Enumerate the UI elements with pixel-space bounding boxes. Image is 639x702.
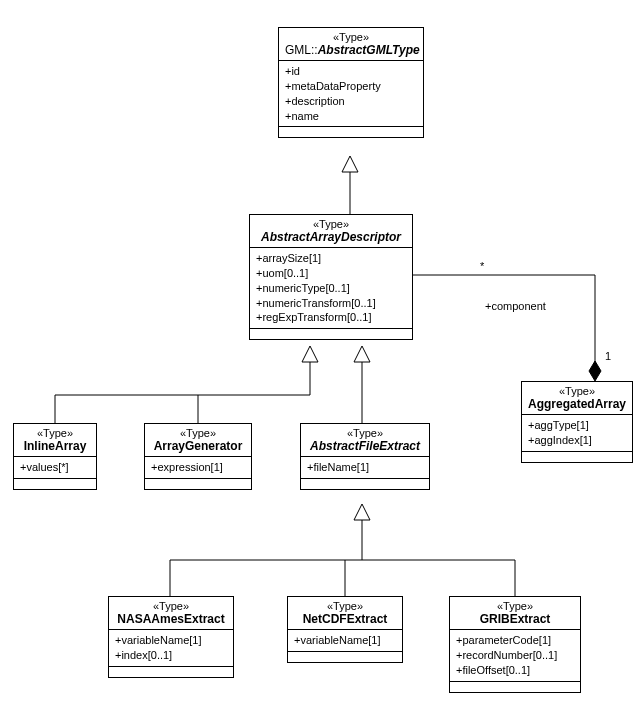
svg-marker-9	[354, 504, 370, 520]
class-array-generator: «Type» ArrayGenerator +expression[1]	[144, 423, 252, 490]
uml-diagram: «Type» GML::AbstractGMLType +id +metaDat…	[0, 0, 639, 702]
attr: +uom[0..1]	[256, 266, 406, 281]
attrs-compartment: +expression[1]	[145, 457, 251, 479]
attrs-compartment: +variableName[1] +index[0..1]	[109, 630, 233, 667]
class-name: AbstractArrayDescriptor	[256, 230, 406, 244]
empty-compartment	[279, 127, 423, 137]
attrs-compartment: +values[*]	[14, 457, 96, 479]
attrs-compartment: +id +metaDataProperty +description +name	[279, 61, 423, 127]
attr: +parameterCode[1]	[456, 633, 574, 648]
attr: +aggType[1]	[528, 418, 626, 433]
class-header: «Type» InlineArray	[14, 424, 96, 457]
class-name: ArrayGenerator	[151, 439, 245, 453]
multiplicity-one: 1	[605, 350, 611, 362]
class-name: GML::AbstractGMLType	[285, 43, 417, 57]
class-name: NASAAmesExtract	[115, 612, 227, 626]
empty-compartment	[250, 329, 412, 339]
attr: +metaDataProperty	[285, 79, 417, 94]
stereotype-label: «Type»	[294, 600, 396, 612]
multiplicity-star: *	[480, 260, 484, 272]
attr: +fileOffset[0..1]	[456, 663, 574, 678]
class-name: NetCDFExtract	[294, 612, 396, 626]
stereotype-label: «Type»	[307, 427, 423, 439]
attr: +description	[285, 94, 417, 109]
class-header: «Type» ArrayGenerator	[145, 424, 251, 457]
class-header: «Type» GRIBExtract	[450, 597, 580, 630]
stereotype-label: «Type»	[285, 31, 417, 43]
class-name-prefix: GML::	[285, 43, 318, 57]
attr: +values[*]	[20, 460, 90, 475]
attrs-compartment: +parameterCode[1] +recordNumber[0..1] +f…	[450, 630, 580, 682]
stereotype-label: «Type»	[20, 427, 90, 439]
class-header: «Type» AggregatedArray	[522, 382, 632, 415]
attrs-compartment: +aggType[1] +aggIndex[1]	[522, 415, 632, 452]
class-name: AbstractFileExtract	[307, 439, 423, 453]
class-header: «Type» AbstractArrayDescriptor	[250, 215, 412, 248]
class-name: GRIBExtract	[456, 612, 574, 626]
attr: +regExpTransform[0..1]	[256, 310, 406, 325]
empty-compartment	[14, 479, 96, 489]
attrs-compartment: +arraySize[1] +uom[0..1] +numericType[0.…	[250, 248, 412, 329]
class-header: «Type» AbstractFileExtract	[301, 424, 429, 457]
class-aggregated-array: «Type» AggregatedArray +aggType[1] +aggI…	[521, 381, 633, 463]
class-grib-extract: «Type» GRIBExtract +parameterCode[1] +re…	[449, 596, 581, 693]
class-abstract-array-descriptor: «Type» AbstractArrayDescriptor +arraySiz…	[249, 214, 413, 340]
empty-compartment	[522, 452, 632, 462]
class-name-text: AbstractGMLType	[318, 43, 420, 57]
attr: +numericType[0..1]	[256, 281, 406, 296]
class-name: InlineArray	[20, 439, 90, 453]
attr: +variableName[1]	[115, 633, 227, 648]
class-inline-array: «Type» InlineArray +values[*]	[13, 423, 97, 490]
attr: +id	[285, 64, 417, 79]
empty-compartment	[301, 479, 429, 489]
svg-marker-4	[354, 346, 370, 362]
stereotype-label: «Type»	[151, 427, 245, 439]
attr: +numericTransform[0..1]	[256, 296, 406, 311]
empty-compartment	[450, 682, 580, 692]
attrs-compartment: +fileName[1]	[301, 457, 429, 479]
empty-compartment	[109, 667, 233, 677]
empty-compartment	[288, 652, 402, 662]
attr: +fileName[1]	[307, 460, 423, 475]
empty-compartment	[145, 479, 251, 489]
attr: +index[0..1]	[115, 648, 227, 663]
class-header: «Type» NASAAmesExtract	[109, 597, 233, 630]
stereotype-label: «Type»	[256, 218, 406, 230]
svg-marker-2	[302, 346, 318, 362]
attr: +recordNumber[0..1]	[456, 648, 574, 663]
class-header: «Type» GML::AbstractGMLType	[279, 28, 423, 61]
attr: +expression[1]	[151, 460, 245, 475]
stereotype-label: «Type»	[456, 600, 574, 612]
class-nasa-ames-extract: «Type» NASAAmesExtract +variableName[1] …	[108, 596, 234, 678]
attr: +aggIndex[1]	[528, 433, 626, 448]
svg-marker-17	[589, 361, 601, 381]
stereotype-label: «Type»	[115, 600, 227, 612]
svg-marker-1	[342, 156, 358, 172]
class-header: «Type» NetCDFExtract	[288, 597, 402, 630]
attr: +arraySize[1]	[256, 251, 406, 266]
association-role: +component	[485, 300, 546, 312]
attr: +variableName[1]	[294, 633, 396, 648]
attrs-compartment: +variableName[1]	[288, 630, 402, 652]
class-abstract-gml-type: «Type» GML::AbstractGMLType +id +metaDat…	[278, 27, 424, 138]
attr: +name	[285, 109, 417, 124]
class-abstract-file-extract: «Type» AbstractFileExtract +fileName[1]	[300, 423, 430, 490]
class-name: AggregatedArray	[528, 397, 626, 411]
class-netcdf-extract: «Type» NetCDFExtract +variableName[1]	[287, 596, 403, 663]
stereotype-label: «Type»	[528, 385, 626, 397]
